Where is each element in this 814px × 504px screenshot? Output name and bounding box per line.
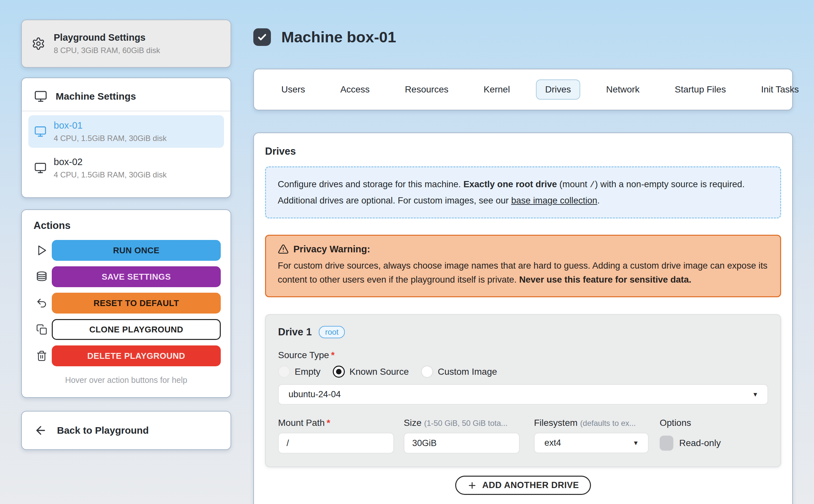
tab-users[interactable]: Users — [272, 79, 314, 100]
tab-drives[interactable]: Drives — [536, 79, 580, 100]
machine-specs: 4 CPU, 1.5GiB RAM, 30GiB disk — [54, 170, 167, 179]
read-only-label: Read-only — [679, 438, 721, 448]
action-row: DELETE PLAYGROUND — [32, 345, 221, 366]
check-icon — [257, 32, 268, 43]
drives-heading: Drives — [265, 146, 781, 157]
page-title: Machine box-01 — [281, 28, 396, 46]
drive-1-title: Drive 1 — [278, 326, 312, 338]
sidebar: Playground Settings 8 CPU, 3GiB RAM, 60G… — [21, 0, 231, 504]
playground-settings-title: Playground Settings — [54, 32, 160, 43]
sidebar-item-box-01[interactable]: box-01 4 CPU, 1.5GiB RAM, 30GiB disk — [28, 115, 224, 148]
tab-access[interactable]: Access — [331, 79, 379, 100]
page-header: Machine box-01 — [253, 28, 396, 46]
machine-name: box-01 — [54, 120, 167, 131]
arrow-left-icon — [34, 424, 47, 437]
base-image-collection-link[interactable]: base image collection — [511, 195, 597, 205]
size-input[interactable] — [404, 433, 520, 454]
privacy-warning-text-bold: Never use this feature for sensitive dat… — [519, 274, 691, 285]
radio-circle[interactable] — [278, 366, 290, 378]
tab-startup-files[interactable]: Startup Files — [666, 79, 735, 100]
size-label: Size(1-50 GiB, 50 GiB tota... — [404, 418, 520, 428]
filesystem-select[interactable]: ext4 ▼ — [534, 433, 649, 453]
required-asterisk: * — [327, 418, 330, 428]
actions-title: Actions — [32, 220, 221, 231]
monitor-icon — [34, 162, 47, 174]
info-text-bold: Exactly one root drive — [463, 179, 557, 189]
save-settings-button[interactable]: SAVE SETTINGS — [52, 266, 221, 287]
mount-path-input[interactable] — [278, 433, 394, 454]
action-row: RUN ONCE — [32, 240, 221, 261]
radio-known-source[interactable]: Known Source — [333, 366, 409, 378]
playground-settings-card[interactable]: Playground Settings 8 CPU, 3GiB RAM, 60G… — [21, 20, 231, 68]
actions-help-text: Hover over action buttons for help — [32, 375, 221, 385]
root-badge: root — [319, 326, 344, 338]
caret-down-icon: ▼ — [752, 391, 758, 398]
required-asterisk: * — [331, 350, 335, 360]
warning-triangle-icon — [278, 244, 289, 255]
radio-custom-image[interactable]: Custom Image — [421, 366, 497, 378]
plus-icon — [467, 481, 477, 490]
drive-fields-row: Mount Path* Size(1-50 GiB, 50 GiB tota..… — [278, 418, 768, 454]
radio-circle[interactable] — [421, 366, 433, 378]
source-type-radio-group: Empty Known Source Custom Image — [278, 366, 768, 378]
tab-kernel[interactable]: Kernel — [474, 79, 519, 100]
drives-panel: Drives Configure drives and storage for … — [253, 133, 793, 504]
known-source-select[interactable]: ubuntu-24-04 ▼ — [278, 384, 768, 405]
machine-specs: 4 CPU, 1.5GiB RAM, 30GiB disk — [54, 134, 167, 143]
play-icon — [32, 245, 52, 256]
drive-1-card: Drive 1 root Source Type* Empty Known So… — [265, 314, 781, 467]
source-type-label: Source Type* — [278, 350, 768, 360]
tab-init-tasks[interactable]: Init Tasks — [752, 79, 808, 100]
machine-settings-header: Machine Settings — [22, 87, 231, 111]
action-row: SAVE SETTINGS — [32, 266, 221, 287]
actions-card: Actions RUN ONCE SAVE SETTINGS RESET TO … — [21, 209, 231, 398]
database-icon — [32, 271, 52, 283]
monitor-icon — [34, 90, 47, 103]
sidebar-item-box-02[interactable]: box-02 4 CPU, 1.5GiB RAM, 30GiB disk — [28, 152, 224, 184]
playground-specs: 8 CPU, 3GiB RAM, 60GiB disk — [54, 46, 160, 55]
caret-down-icon: ▼ — [633, 440, 639, 447]
info-text: Configure drives and storage for this ma… — [278, 179, 463, 189]
filesystem-label: Filesystem(defaults to ex... — [534, 418, 649, 428]
tab-resources[interactable]: Resources — [396, 79, 457, 100]
clone-playground-button[interactable]: CLONE PLAYGROUND — [52, 319, 221, 340]
action-row: RESET TO DEFAULT — [32, 293, 221, 314]
machine-settings-title: Machine Settings — [56, 91, 136, 102]
read-only-checkbox[interactable] — [660, 436, 673, 451]
drives-info-box: Configure drives and storage for this ma… — [265, 166, 781, 218]
mount-path-label: Mount Path* — [278, 418, 394, 428]
tab-network[interactable]: Network — [597, 79, 649, 100]
main-panel: Machine box-01 Users Access Resources Ke… — [253, 0, 793, 504]
info-text: . — [597, 195, 600, 205]
machine-settings-card: Machine Settings box-01 4 CPU, 1.5GiB RA… — [21, 77, 231, 198]
monitor-icon — [34, 125, 47, 138]
back-label: Back to Playground — [57, 425, 149, 436]
machine-name: box-02 — [54, 157, 167, 167]
undo-icon — [32, 297, 52, 309]
divider — [22, 111, 231, 111]
privacy-warning-box: Privacy Warning: For custom drive source… — [265, 235, 781, 297]
back-to-playground-button[interactable]: Back to Playground — [21, 411, 231, 450]
info-text: (mount — [557, 179, 590, 189]
privacy-warning-title: Privacy Warning: — [293, 244, 370, 255]
delete-playground-button[interactable]: DELETE PLAYGROUND — [52, 345, 221, 366]
radio-empty[interactable]: Empty — [278, 366, 320, 378]
action-row: CLONE PLAYGROUND — [32, 319, 221, 340]
run-once-button[interactable]: RUN ONCE — [52, 240, 221, 261]
machine-enabled-checkbox[interactable] — [253, 28, 271, 46]
trash-icon — [32, 350, 52, 361]
size-hint: (1-50 GiB, 50 GiB tota... — [424, 419, 507, 427]
add-another-drive-button[interactable]: ADD ANOTHER DRIVE — [455, 476, 591, 495]
options-label: Options — [660, 418, 768, 428]
gear-icon — [32, 37, 45, 50]
filesystem-hint: (defaults to ex... — [580, 419, 636, 427]
radio-circle-selected[interactable] — [333, 366, 345, 378]
machine-tabs: Users Access Resources Kernel Drives Net… — [253, 69, 793, 110]
mount-path-code: / — [590, 180, 595, 190]
copy-icon — [32, 324, 52, 335]
reset-to-default-button[interactable]: RESET TO DEFAULT — [52, 293, 221, 314]
